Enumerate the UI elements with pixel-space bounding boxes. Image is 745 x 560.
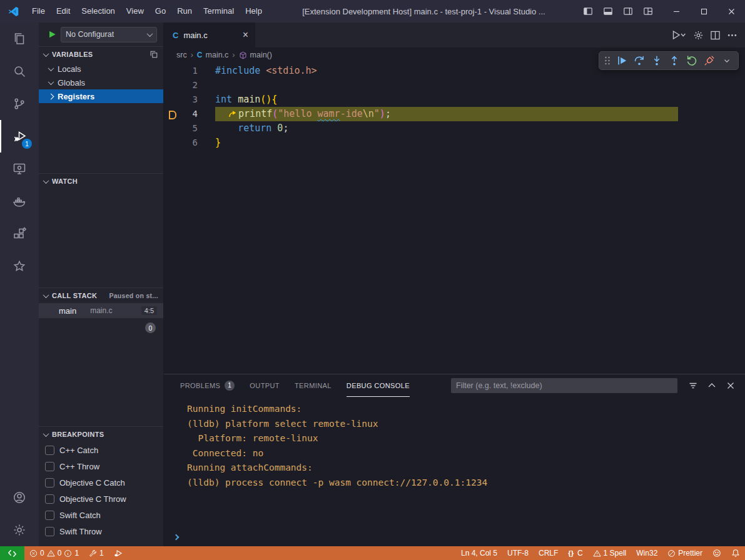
activity-star[interactable] [0, 250, 39, 282]
checkbox-unchecked[interactable] [45, 511, 54, 520]
restart-button[interactable] [683, 52, 700, 69]
variables-item-registers[interactable]: Registers [39, 89, 163, 103]
code-line-6[interactable]: 6} [164, 136, 745, 150]
activity-source-control[interactable] [0, 88, 39, 120]
breakpoints-header[interactable]: BREAKPOINTS [39, 427, 163, 442]
breadcrumb-folder[interactable]: src [176, 51, 187, 59]
start-debugging-button[interactable] [48, 30, 56, 39]
variables-header[interactable]: VARIABLES [39, 47, 163, 62]
breadcrumb-symbol[interactable]: main() [239, 51, 272, 59]
eol-indicator[interactable]: CRLF [534, 546, 563, 560]
cursor-position[interactable]: Ln 4, Col 5 [456, 546, 502, 560]
panel-tab-debug-console[interactable]: DEBUG CONSOLE [347, 374, 410, 397]
remote-indicator[interactable] [0, 546, 24, 560]
checkbox-unchecked[interactable] [45, 527, 54, 536]
close-panel-icon[interactable] [724, 379, 737, 392]
glyph-margin[interactable] [164, 64, 178, 78]
breakpoint-item-c-catch[interactable]: C++ Catch [39, 442, 163, 458]
checkbox-unchecked[interactable] [45, 446, 54, 455]
disconnect-button[interactable] [701, 52, 717, 69]
checkbox-unchecked[interactable] [45, 478, 54, 488]
menu-terminal[interactable]: Terminal [198, 0, 240, 22]
debug-status[interactable] [109, 546, 128, 560]
filter-icon[interactable] [686, 379, 700, 392]
activity-extensions[interactable] [0, 218, 39, 250]
notifications-bell[interactable] [726, 546, 745, 560]
encoding-indicator[interactable]: UTF-8 [502, 546, 534, 560]
debug-console-input[interactable] [164, 528, 745, 546]
step-out-button[interactable] [666, 52, 682, 69]
menu-view[interactable]: View [121, 0, 150, 22]
feedback-button[interactable] [707, 546, 726, 560]
code-editor[interactable]: 1#include <stdio.h>23int main(){4 printf… [164, 62, 745, 374]
run-menu-icon[interactable] [672, 30, 687, 41]
menu-file[interactable]: File [26, 0, 51, 22]
activity-docker[interactable] [0, 185, 39, 218]
breakpoint-item-objective-c-catch[interactable]: Objective C Catch [39, 474, 163, 491]
settings-gear-icon[interactable] [693, 29, 704, 40]
step-into-button[interactable] [648, 52, 665, 69]
code-line-2[interactable]: 2 [164, 78, 745, 92]
chevron-down-icon[interactable] [718, 52, 735, 69]
debug-config-select[interactable]: No Configurat [61, 27, 157, 42]
breakpoint-item-c-throw[interactable]: C++ Throw [39, 458, 163, 474]
maximize-button[interactable] [690, 0, 717, 22]
glyph-margin[interactable] [164, 92, 178, 107]
debug-console-output[interactable]: Running initCommands:(lldb) platform sel… [164, 397, 745, 528]
activity-run-debug[interactable]: 1 [0, 120, 39, 152]
collapse-all-icon[interactable] [150, 50, 158, 59]
activity-settings[interactable] [0, 514, 39, 546]
glyph-margin[interactable] [164, 121, 178, 136]
toggle-sidebar-icon[interactable] [580, 3, 596, 19]
panel-tab-output[interactable]: OUTPUT [250, 374, 280, 397]
panel-tab-terminal[interactable]: TERMINAL [295, 374, 332, 397]
activity-explorer[interactable] [0, 22, 39, 55]
problems-status[interactable]: 0 0 1 [24, 546, 84, 560]
menu-help[interactable]: Help [240, 0, 268, 22]
glyph-margin[interactable] [164, 78, 178, 92]
formatter-status[interactable]: Prettier [662, 546, 707, 560]
menu-edit[interactable]: Edit [51, 0, 76, 22]
drag-handle-icon[interactable] [602, 55, 612, 66]
glyph-margin[interactable] [164, 136, 178, 150]
close-tab-icon[interactable]: × [243, 30, 248, 40]
continue-button[interactable] [613, 52, 630, 69]
callstack-header[interactable]: CALL STACK Paused on st... [39, 288, 163, 303]
toggle-secondary-sidebar-icon[interactable] [620, 3, 636, 19]
code-line-5[interactable]: 5 return 0; [164, 121, 745, 136]
customize-layout-icon[interactable] [640, 3, 656, 19]
minimize-button[interactable] [662, 0, 690, 22]
variables-item-globals[interactable]: Globals [39, 76, 163, 89]
toggle-panel-icon[interactable] [600, 3, 616, 19]
more-actions-icon[interactable] [727, 29, 737, 40]
menu-selection[interactable]: Selection [76, 0, 120, 22]
breakpoint-item-swift-catch[interactable]: Swift Catch [39, 507, 163, 523]
spell-checker-status[interactable]: 1 Spell [588, 546, 632, 560]
language-mode[interactable]: {} C [563, 546, 587, 560]
breakpoint-item-swift-throw[interactable]: Swift Throw [39, 523, 163, 539]
close-button[interactable] [717, 0, 745, 22]
watch-header[interactable]: WATCH [39, 174, 163, 189]
maximize-panel-icon[interactable] [705, 379, 719, 392]
menu-go[interactable]: Go [150, 0, 171, 22]
menu-run[interactable]: Run [171, 0, 198, 22]
tab-main-c[interactable]: C main.c × [164, 22, 255, 48]
panel-tab-problems[interactable]: PROBLEMS1 [180, 374, 235, 397]
activity-remote-explorer[interactable] [0, 152, 39, 185]
code-line-4[interactable]: 4 printf("hello wamr-ide\n"); [164, 107, 745, 121]
console-filter-input[interactable] [451, 378, 677, 393]
split-editor-icon[interactable] [710, 29, 721, 40]
debug-current-line-icon[interactable] [164, 107, 178, 121]
breadcrumb-file[interactable]: C main.c [197, 51, 229, 59]
platform-indicator[interactable]: Win32 [631, 546, 662, 560]
checkbox-unchecked[interactable] [45, 494, 54, 504]
activity-search[interactable] [0, 55, 39, 88]
callstack-frame[interactable]: main main.c 4:5 [39, 303, 163, 318]
code-line-3[interactable]: 3int main(){ [164, 92, 745, 107]
inline-breakpoint-icon[interactable] [228, 107, 236, 121]
tools-status[interactable]: 1 [84, 546, 109, 560]
variables-item-locals[interactable]: Locals [39, 62, 163, 76]
checkbox-unchecked[interactable] [45, 462, 54, 471]
activity-account[interactable] [0, 481, 39, 514]
step-over-button[interactable] [631, 52, 647, 69]
